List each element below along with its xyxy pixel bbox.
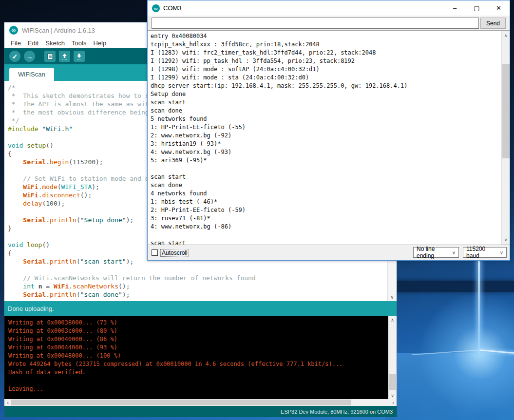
minimize-button[interactable]: – — [444, 0, 466, 16]
arduino-logo-icon: ∞ — [9, 26, 18, 35]
serial-vertical-scrollbar[interactable]: ∧ ∨ — [501, 31, 510, 245]
upload-status-bar: Done uploading. — [4, 301, 397, 316]
close-button[interactable]: ✕ — [488, 0, 510, 16]
menu-edit[interactable]: Edit — [24, 39, 42, 47]
horizontal-scrollbar-thumb[interactable] — [11, 400, 351, 405]
scroll-down-icon[interactable]: ∨ — [388, 293, 397, 301]
maximize-icon: ▢ — [474, 4, 479, 12]
serial-monitor-title: COM3 — [163, 4, 182, 12]
menu-sketch[interactable]: Sketch — [42, 39, 68, 47]
new-sketch-button[interactable] — [44, 51, 56, 62]
menu-file[interactable]: File — [7, 39, 24, 47]
check-icon: ✓ — [12, 53, 18, 60]
serial-monitor-bottombar: Autoscroll No line ending ∨ 115200 baud … — [148, 245, 510, 260]
right-arrow-icon: → — [26, 53, 33, 60]
serial-monitor-window: ∞ COM3 – ▢ ✕ Send entry 0x40080034tcpip_… — [147, 0, 510, 261]
scroll-down-icon[interactable]: ∨ — [388, 392, 397, 399]
upload-button[interactable]: → — [24, 51, 35, 62]
serial-input-field[interactable] — [152, 18, 479, 29]
serial-scrollbar-thumb[interactable] — [502, 64, 510, 158]
baud-rate-dropdown[interactable]: 115200 baud ∨ — [463, 247, 507, 258]
send-button[interactable]: Send — [480, 18, 506, 29]
baud-rate-value: 115200 baud — [466, 246, 500, 259]
menu-tools[interactable]: Tools — [68, 39, 90, 47]
document-icon — [47, 53, 53, 60]
scroll-right-icon[interactable]: › — [390, 399, 397, 406]
console-horizontal-scrollbar[interactable]: ‹ › — [4, 399, 397, 406]
minimize-icon: – — [453, 4, 457, 12]
scroll-left-icon[interactable]: ‹ — [4, 399, 11, 406]
autoscroll-label[interactable]: Autoscroll — [160, 249, 189, 257]
build-console: Writing at 0x00038000... (73 %)Writing a… — [4, 316, 397, 399]
serial-output-area: entry 0x40080034tcpip_task_hdlxxx : 3ffd… — [148, 30, 510, 245]
line-ending-dropdown[interactable]: No line ending ∨ — [413, 247, 459, 258]
wallpaper-vertical-beam — [478, 257, 480, 354]
board-status-text: ESP32 Dev Module, 80MHz, 921600 on COM3 — [281, 409, 393, 415]
scroll-up-icon[interactable]: ∧ — [388, 316, 397, 324]
line-ending-value: No line ending — [417, 246, 452, 259]
console-vertical-scrollbar[interactable]: ∧ ∨ — [388, 316, 397, 399]
serial-output-text: entry 0x40080034tcpip_task_hdlxxx : 3ffd… — [148, 31, 501, 245]
autoscroll-checkbox[interactable] — [152, 249, 158, 256]
open-sketch-button[interactable] — [59, 51, 70, 62]
tab-wifiscan[interactable]: WiFiScan — [9, 68, 54, 81]
close-icon: ✕ — [496, 4, 501, 12]
upload-status-text: Done uploading. — [8, 305, 54, 312]
arduino-logo-icon: ∞ — [152, 4, 160, 12]
serial-monitor-titlebar[interactable]: ∞ COM3 – ▢ ✕ — [148, 0, 510, 16]
save-sketch-button[interactable] — [74, 51, 85, 62]
down-arrow-icon — [76, 53, 82, 60]
console-scrollbar-thumb[interactable] — [389, 374, 396, 390]
serial-send-row: Send — [148, 16, 510, 30]
ide-statusbar: ESP32 Dev Module, 80MHz, 921600 on COM3 — [4, 406, 397, 417]
console-text: Writing at 0x00038000... (73 %)Writing a… — [4, 316, 388, 393]
maximize-button[interactable]: ▢ — [466, 0, 488, 16]
scroll-down-icon[interactable]: ∨ — [502, 236, 510, 244]
ide-window-title: WiFiScan | Arduino 1.6.13 — [22, 27, 95, 34]
chevron-down-icon: ∨ — [500, 250, 506, 255]
scroll-up-icon[interactable]: ∧ — [502, 32, 510, 39]
menu-help[interactable]: Help — [90, 39, 110, 47]
up-arrow-icon — [61, 53, 68, 60]
verify-button[interactable]: ✓ — [9, 51, 20, 62]
chevron-down-icon: ∨ — [452, 250, 458, 255]
